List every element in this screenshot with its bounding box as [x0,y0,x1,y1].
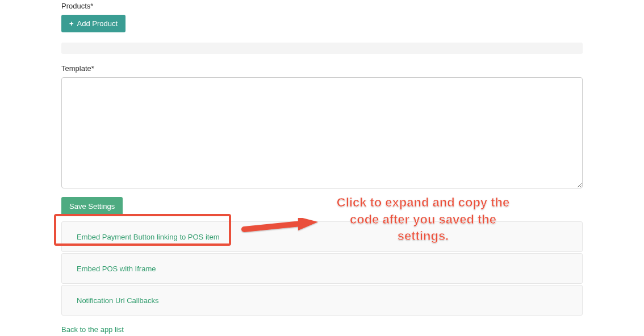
template-textarea[interactable] [61,77,583,188]
accordion-item-notification-callbacks[interactable]: Notification Url Callbacks [61,285,583,316]
back-to-app-list-link[interactable]: Back to the app list [61,325,124,334]
accordion-item-label: Notification Url Callbacks [77,296,159,305]
plus-icon: + [69,20,74,27]
accordion-group: Embed Payment Button linking to POS item… [61,221,583,316]
products-label: Products* [61,2,583,10]
accordion-item-label: Embed Payment Button linking to POS item [77,233,219,241]
section-divider [61,43,583,54]
accordion-item-label: Embed POS with Iframe [77,264,156,273]
accordion-item-embed-iframe[interactable]: Embed POS with Iframe [61,253,583,284]
accordion-item-embed-button[interactable]: Embed Payment Button linking to POS item [61,221,583,252]
add-product-label: Add Product [77,19,118,28]
template-label: Template* [61,64,583,73]
save-settings-button[interactable]: Save Settings [61,197,123,216]
add-product-button[interactable]: + Add Product [61,15,126,32]
